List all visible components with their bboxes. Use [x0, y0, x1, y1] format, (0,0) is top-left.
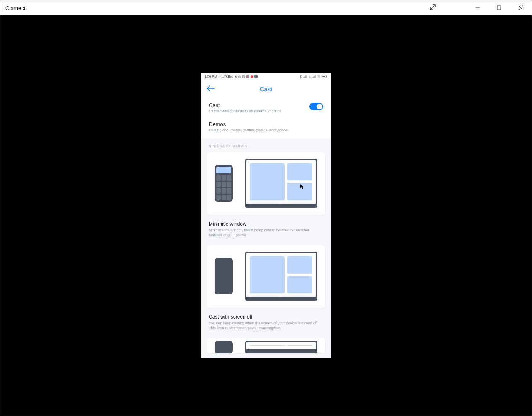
page-title: Cast	[260, 85, 273, 92]
app-window: Connect 1:56 PM | 1.7KB	[0, 0, 532, 416]
cast-setting-row[interactable]: Cast Cast screen contents to an external…	[201, 98, 331, 119]
phone-screen: 1:56 PM | 1.7KB/s	[201, 73, 331, 358]
cast-toggle[interactable]	[309, 103, 323, 110]
close-button[interactable]	[510, 0, 532, 15]
signal1-icon	[303, 75, 307, 78]
phone-illustration-icon	[215, 165, 233, 202]
cast-description: Cast screen contents to an external moni…	[209, 109, 309, 114]
data-icon	[308, 75, 311, 78]
svg-line-2	[236, 75, 237, 78]
window-title: Connect	[5, 5, 25, 11]
bluetooth-icon	[299, 75, 302, 78]
minimise-title: Minimise window	[209, 221, 323, 227]
screenoff-feature[interactable]: Cast with screen off You can keep castin…	[201, 311, 331, 337]
mute-icon	[234, 75, 237, 78]
app-header: Cast	[201, 80, 331, 98]
expand-icon[interactable]	[430, 4, 436, 12]
svg-point-6	[319, 77, 320, 78]
svg-rect-8	[327, 76, 327, 77]
minimize-button[interactable]	[467, 0, 488, 15]
status-speed: 1.7KB/s	[221, 75, 233, 78]
monitor-illustration-icon	[245, 341, 317, 353]
minimise-illustration	[206, 151, 326, 215]
battery-icon	[322, 75, 327, 78]
whatsapp-icon	[242, 75, 245, 78]
alarm-icon	[238, 75, 241, 78]
special-features-header: SPECIAL FEATURES	[201, 138, 331, 151]
cast-title: Cast	[209, 102, 309, 108]
screenoff-description: You can keep casting when the screen of …	[209, 321, 323, 331]
svg-point-5	[242, 75, 245, 78]
record-icon	[250, 75, 254, 78]
svg-rect-1	[497, 6, 501, 10]
titlebar: Connect	[0, 0, 532, 15]
demos-setting-row[interactable]: Demos Casting documents, games, photos, …	[201, 119, 331, 138]
content-area[interactable]: Cast Cast screen contents to an external…	[201, 98, 331, 354]
phone-illustration-icon	[215, 341, 233, 353]
back-button[interactable]	[207, 85, 215, 93]
display-area: 1:56 PM | 1.7KB/s	[0, 15, 532, 416]
titlebar-controls	[467, 0, 532, 15]
minimise-description: Minimise the window that's being cast to…	[209, 228, 323, 238]
wifi-icon	[317, 75, 320, 78]
monitor-illustration-icon	[245, 159, 317, 208]
minimise-feature[interactable]: Minimise window Minimise the window that…	[201, 219, 331, 244]
screenoff-illustration	[206, 244, 326, 308]
status-bar: 1:56 PM | 1.7KB/s	[201, 73, 331, 80]
demos-description: Casting documents, games, photos, and vi…	[209, 128, 323, 133]
status-time: 1:56 PM	[205, 75, 217, 78]
signal2-icon	[312, 75, 316, 78]
feature3-illustration	[206, 337, 326, 354]
monitor-illustration-icon	[245, 252, 317, 301]
stop-icon	[246, 75, 249, 78]
svg-rect-9	[322, 76, 325, 77]
screenoff-title: Cast with screen off	[209, 314, 323, 320]
demos-title: Demos	[209, 121, 323, 127]
youtube-icon	[254, 75, 258, 78]
phone-off-illustration-icon	[215, 258, 233, 294]
maximize-button[interactable]	[488, 0, 510, 15]
